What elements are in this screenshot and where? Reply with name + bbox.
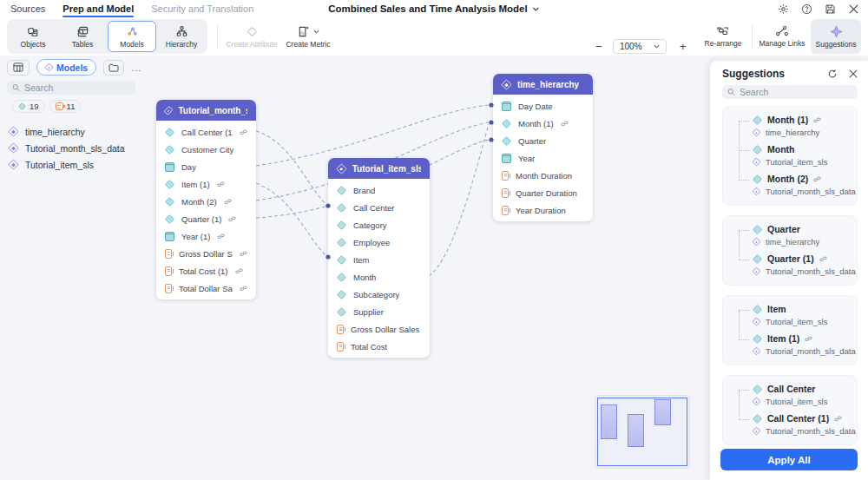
suggestion-group[interactable]: Call Center Tutorial_item_sls Call Cente… — [722, 375, 858, 445]
create-attribute-button[interactable]: Create Attribute — [224, 19, 279, 54]
field-row[interactable]: Month (2) — [156, 193, 256, 210]
date-icon — [165, 162, 174, 172]
tab-security-and-translation[interactable]: Security and Translation — [151, 0, 253, 17]
document-title-text: Combined Sales and Time Analysis Model — [328, 3, 527, 14]
field-row[interactable]: Call Center (1) — [156, 123, 256, 141]
create-metric-button[interactable]: fx Create Metric — [279, 19, 337, 54]
link-icon — [217, 233, 225, 240]
field-row[interactable]: Gross Dollar Sales — [328, 320, 430, 338]
document-title[interactable]: Combined Sales and Time Analysis Model — [328, 0, 539, 17]
suggestion-row[interactable]: Item (1) Tutorial_month_sls_data — [733, 333, 850, 356]
minimap[interactable] — [595, 395, 690, 469]
field-row[interactable]: Category — [328, 216, 430, 233]
count-value: 19 — [30, 102, 39, 111]
field-row[interactable]: Gross Dollar Sales ... — [156, 245, 256, 262]
sidebar-model-list: time_hierarchy Tutorial_month_sls_data T… — [9, 123, 140, 173]
field-row[interactable]: Supplier — [328, 303, 430, 320]
count-chip[interactable]: 11 — [49, 100, 82, 113]
suggestion-row[interactable]: Quarter time_hierarchy — [733, 224, 850, 247]
table-card-header[interactable]: Tutorial_month_sls_d... — [156, 100, 256, 121]
tab-prep-and-model[interactable]: Prep and Model — [62, 0, 134, 17]
settings-icon[interactable] — [777, 3, 789, 15]
attribute-icon — [753, 224, 762, 233]
sidebar-search-input[interactable] — [24, 82, 130, 93]
field-row[interactable]: Quarter — [493, 132, 593, 149]
help-icon[interactable] — [800, 3, 812, 15]
table-card-tutorial-item-sls[interactable]: Tutorial_item_sls Brand Call Center — [328, 158, 430, 358]
folder-button[interactable] — [103, 60, 124, 76]
suggestion-row[interactable]: Quarter (1) Tutorial_month_sls_data — [733, 253, 850, 276]
field-row[interactable]: Year Duration — [493, 201, 593, 219]
field-row[interactable]: Quarter (1) — [156, 210, 256, 227]
count-chip[interactable]: 19 — [12, 100, 45, 113]
field-row[interactable]: Item — [328, 251, 430, 268]
models-button[interactable]: Models — [108, 21, 156, 52]
sidebar-model-item[interactable]: Tutorial_month_sls_data — [9, 140, 140, 156]
model-icon — [752, 237, 760, 246]
suggestion-row[interactable]: Call Center (1) Tutorial_month_sls_data — [733, 413, 850, 436]
field-row[interactable]: Year — [493, 149, 593, 167]
field-row[interactable]: Employee — [328, 233, 430, 251]
field-label: Call Center (1) — [181, 128, 233, 137]
suggestion-row[interactable]: Call Center Tutorial_item_sls — [733, 384, 850, 406]
table-card-time-hierarchy[interactable]: time_hierarchy Day Date Month (1) — [493, 74, 593, 221]
field-row[interactable]: Day — [156, 158, 256, 175]
apply-all-button[interactable]: Apply All — [720, 449, 858, 470]
sidebar-model-item-label: Tutorial_month_sls_data — [25, 143, 125, 154]
save-icon[interactable] — [824, 3, 836, 15]
suggestion-row[interactable]: Month Tutorial_item_sls — [733, 144, 850, 167]
close-icon[interactable] — [847, 3, 859, 15]
sidebar-header: Models ... — [7, 59, 141, 76]
metric-icon — [502, 171, 509, 181]
field-row[interactable]: Year (1) — [156, 227, 256, 245]
objects-button[interactable]: Objects — [9, 21, 57, 52]
field-row[interactable]: Total Dollar Sales (1) — [156, 279, 256, 297]
field-row[interactable]: Total Cost — [328, 338, 430, 355]
attribute-icon — [337, 289, 346, 299]
refresh-icon[interactable] — [826, 68, 838, 80]
model-icon — [8, 159, 18, 169]
sidebar-more-button[interactable]: ... — [131, 62, 141, 73]
field-label: Year Duration — [516, 206, 566, 215]
table-view-button[interactable] — [7, 60, 30, 76]
field-row[interactable]: Total Cost (1) — [156, 262, 256, 279]
field-row[interactable]: Quarter Duration — [493, 184, 593, 201]
table-card-header[interactable]: time_hierarchy — [493, 74, 593, 95]
hierarchy-button[interactable]: Hierarchy — [157, 21, 206, 52]
suggestions-button[interactable]: Suggestions — [811, 19, 861, 54]
suggestion-row[interactable]: Month (1) time_hierarchy — [733, 115, 850, 137]
metric-icon — [502, 206, 509, 215]
field-row[interactable]: Subcategory — [328, 286, 430, 303]
folder-icon — [108, 63, 119, 72]
sidebar-model-item[interactable]: Tutorial_item_sls — [9, 156, 140, 173]
manage-links-button[interactable]: Manage Links — [757, 19, 807, 54]
suggestion-group[interactable]: Quarter time_hierarchy Quarter (1) Tutor… — [722, 215, 858, 286]
suggestion-group[interactable]: Month (1) time_hierarchy Month Tutorial_… — [722, 106, 858, 206]
suggestions-search-input[interactable] — [740, 87, 852, 97]
field-row[interactable]: Brand — [328, 181, 430, 199]
field-row[interactable]: Call Center — [328, 199, 430, 216]
tab-sources[interactable]: Sources — [10, 0, 45, 17]
zoom-in-button[interactable]: + — [680, 40, 687, 53]
rearrange-button[interactable]: Re-arrange — [700, 19, 746, 54]
field-row[interactable]: Month (1) — [493, 115, 593, 132]
suggestion-row[interactable]: Item Tutorial_item_sls — [733, 304, 850, 326]
models-filter-pill[interactable]: Models — [36, 59, 96, 76]
suggestions-list[interactable]: Month (1) time_hierarchy Month Tutorial_… — [722, 106, 858, 445]
tables-button[interactable]: Tables — [58, 21, 107, 52]
sidebar-model-item[interactable]: time_hierarchy — [9, 123, 140, 140]
field-row[interactable]: Month — [328, 268, 430, 286]
field-row[interactable]: Customer City — [156, 141, 256, 158]
table-card-tutorial-month-sls-data[interactable]: Tutorial_month_sls_d... Call Center (1) … — [156, 100, 256, 299]
field-row[interactable]: Day Date — [493, 97, 593, 115]
view-mode-group: Objects Tables Models Hierarchy — [7, 19, 207, 54]
zoom-out-button[interactable]: − — [595, 40, 602, 53]
models-label: Models — [120, 40, 143, 49]
suggestion-row[interactable]: Month (2) Tutorial_month_sls_data — [733, 174, 850, 196]
suggestion-group[interactable]: Item Tutorial_item_sls Item (1) Tutorial… — [722, 295, 858, 365]
field-row[interactable]: Item (1) — [156, 175, 256, 193]
zoom-level-select[interactable]: 100% — [613, 39, 667, 54]
field-row[interactable]: Month Duration — [493, 167, 593, 184]
close-panel-icon[interactable] — [847, 68, 859, 80]
table-card-header[interactable]: Tutorial_item_sls — [328, 158, 430, 179]
